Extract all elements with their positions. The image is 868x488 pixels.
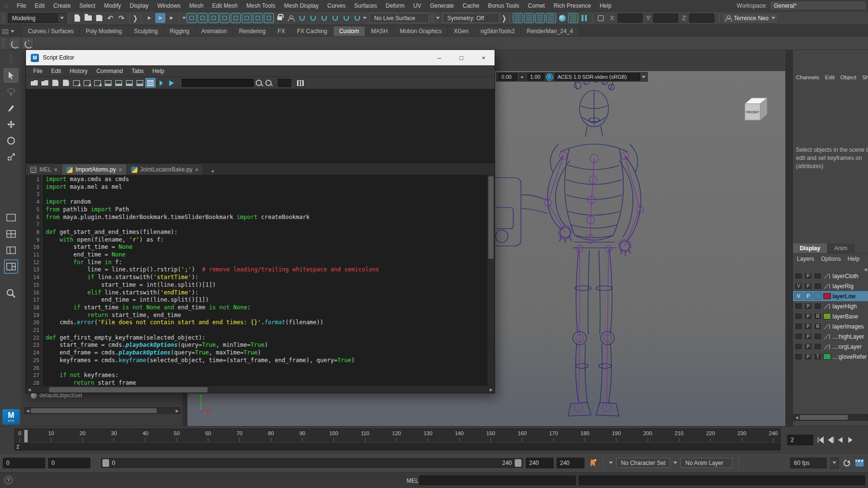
shelf-tab-rigging[interactable]: Rigging	[164, 26, 196, 36]
range-slider[interactable]: 0 240	[101, 458, 523, 468]
snap-to-view-plane-icon[interactable]	[231, 13, 241, 23]
character-set-dropdown-icon[interactable]	[609, 462, 613, 466]
fps-selector[interactable]: 60 fps	[790, 458, 827, 468]
layer-playback-toggle[interactable]: P	[804, 343, 812, 350]
shelf-tab-xgen[interactable]: XGen	[448, 26, 475, 36]
symmetry-field[interactable]: Symmetry: Off	[443, 13, 499, 23]
menu-create[interactable]: Create	[49, 2, 75, 9]
gamma-field[interactable]: 1.00	[527, 73, 545, 81]
move-tool-icon[interactable]	[4, 117, 18, 132]
close-tab-icon[interactable]: ×	[54, 167, 57, 172]
zoom-tool-icon[interactable]	[4, 286, 18, 301]
layer-ramp-icon[interactable]	[823, 303, 831, 310]
layer-tab-display[interactable]: Display	[793, 244, 828, 253]
menu-help[interactable]: Help	[595, 2, 616, 9]
execute-icon[interactable]	[166, 78, 177, 88]
layer-visibility-toggle[interactable]	[794, 333, 803, 340]
clear-all-icon[interactable]	[92, 78, 103, 88]
script-tab-mel[interactable]: MEL ×	[26, 164, 62, 175]
scrollbar-handle[interactable]	[31, 408, 157, 413]
clear-input-icon[interactable]	[71, 78, 82, 88]
layer-row-layerrig[interactable]: V P layerRig	[793, 281, 868, 291]
close-tab-icon[interactable]: ×	[119, 167, 122, 172]
select-by-component-icon[interactable]: ➤	[166, 13, 176, 23]
snap-to-projected-center-icon[interactable]	[220, 13, 230, 23]
script-editor-titlebar[interactable]: M Script Editor – □ ×	[26, 50, 495, 65]
render-layers-icon[interactable]	[568, 13, 578, 23]
layer-row-layercloth[interactable]: P layerCloth	[793, 271, 868, 281]
scroll-right-icon[interactable]: ▶	[174, 408, 180, 414]
layer-playback-toggle[interactable]: P	[804, 272, 812, 280]
layer-menu-layers[interactable]: Layers	[797, 256, 814, 262]
clapper-icon[interactable]	[855, 459, 864, 467]
four-pane-layout-icon[interactable]	[4, 227, 18, 241]
layer-editor-hscrollbar[interactable]: ◀	[793, 414, 868, 421]
save-script-to-shelf-icon[interactable]	[61, 78, 71, 88]
pause-icon[interactable]	[579, 13, 589, 23]
render-settings-icon[interactable]	[546, 13, 556, 23]
command-line-language-label[interactable]: MEL	[407, 477, 419, 484]
snap-help-icon[interactable]	[264, 13, 274, 23]
shelf-tab-animation[interactable]: Animation	[196, 26, 233, 36]
make-live-icon[interactable]	[242, 13, 252, 23]
script-tab-jointlocatorbake-py[interactable]: JointLocatorBake.py ×	[127, 164, 203, 175]
layer-visibility-toggle[interactable]	[794, 313, 803, 320]
menu-mesh-display[interactable]: Mesh Display	[280, 2, 323, 9]
shelf-tab-curves-surfaces[interactable]: Curves / Surfaces	[22, 26, 80, 36]
magnet-curve-icon[interactable]	[308, 13, 318, 23]
play-backwards-icon[interactable]	[835, 434, 845, 446]
minimize-icon[interactable]: –	[428, 50, 450, 65]
scale-tool-icon[interactable]	[4, 150, 18, 164]
scrollbar-handle[interactable]	[488, 176, 494, 259]
render-current-frame-icon[interactable]	[524, 13, 534, 23]
fps-dropdown-icon[interactable]	[830, 458, 839, 468]
exposure-toggle-icon[interactable]: ▸	[519, 73, 526, 81]
layer-menu-help[interactable]: Help	[847, 256, 859, 262]
home-icon[interactable]	[0, 0, 12, 11]
layer-color-swatch[interactable]	[823, 293, 831, 299]
magnet-live-icon[interactable]	[352, 13, 362, 23]
current-time-field[interactable]: 2	[787, 435, 813, 445]
show-line-numbers-icon[interactable]	[145, 78, 156, 88]
menu-uv[interactable]: UV	[409, 2, 426, 9]
menu-mesh[interactable]: Mesh	[185, 2, 208, 9]
range-start-handle[interactable]	[102, 459, 109, 467]
current-frame-marker[interactable]	[25, 430, 28, 442]
exposure-field[interactable]: 0.00	[498, 73, 518, 81]
snap-to-point-icon[interactable]	[209, 13, 219, 23]
z-input[interactable]	[689, 13, 714, 23]
layer-row-layerbase[interactable]: P R layerBase	[793, 311, 868, 321]
layer-playback-toggle[interactable]: P	[804, 282, 812, 290]
layer-display-mode-toggle[interactable]	[814, 333, 822, 340]
menu-windows[interactable]: Windows	[153, 2, 185, 9]
layer-visibility-toggle[interactable]	[794, 323, 803, 330]
colorspace-selector[interactable]: ACES 1.0 SDR-video (sRGB)	[555, 73, 640, 81]
workspace-selector[interactable]: General*	[770, 1, 866, 10]
open-scene-icon[interactable]	[83, 13, 93, 23]
range-end-handle[interactable]	[515, 459, 521, 467]
layer-row-orglayer[interactable]: P ...:orgLayer	[793, 342, 868, 352]
select-by-hierarchy-icon[interactable]: ➤	[144, 13, 154, 23]
results-field[interactable]	[278, 79, 291, 87]
layer-row-gloverefer[interactable]: P T ...:gloveRefer	[793, 352, 868, 362]
close-icon[interactable]: ×	[472, 50, 495, 65]
live-surface-dropdown-icon[interactable]	[436, 17, 440, 21]
shelf-tab-motion-graphics[interactable]: Motion Graphics	[394, 26, 448, 36]
show-split-panes-icon[interactable]	[124, 78, 135, 88]
menu-deform[interactable]: Deform	[381, 2, 409, 9]
y-input[interactable]	[653, 13, 678, 23]
layer-display-mode-toggle[interactable]	[814, 282, 822, 290]
menu-select[interactable]: Select	[75, 2, 99, 9]
shelf-tab-custom[interactable]: Custom	[334, 26, 365, 36]
toolbar-grip[interactable]	[2, 13, 5, 23]
anim-layer-selector[interactable]: No Anim Layer	[681, 458, 732, 468]
layer-playback-toggle[interactable]: P	[804, 313, 812, 320]
outliner-hscrollbar[interactable]: ◀ ▶	[24, 407, 181, 414]
scroll-right-icon[interactable]: ▶	[488, 388, 495, 392]
lock-icon[interactable]	[275, 13, 285, 23]
layer-row-layerlow[interactable]: V P layerLow	[793, 291, 868, 301]
layer-menu-options[interactable]: Options	[821, 256, 841, 262]
layer-playback-toggle[interactable]: P	[804, 323, 812, 330]
magnet-plane-icon[interactable]	[341, 13, 351, 23]
shelf-tab-rendering[interactable]: Rendering	[233, 26, 272, 36]
